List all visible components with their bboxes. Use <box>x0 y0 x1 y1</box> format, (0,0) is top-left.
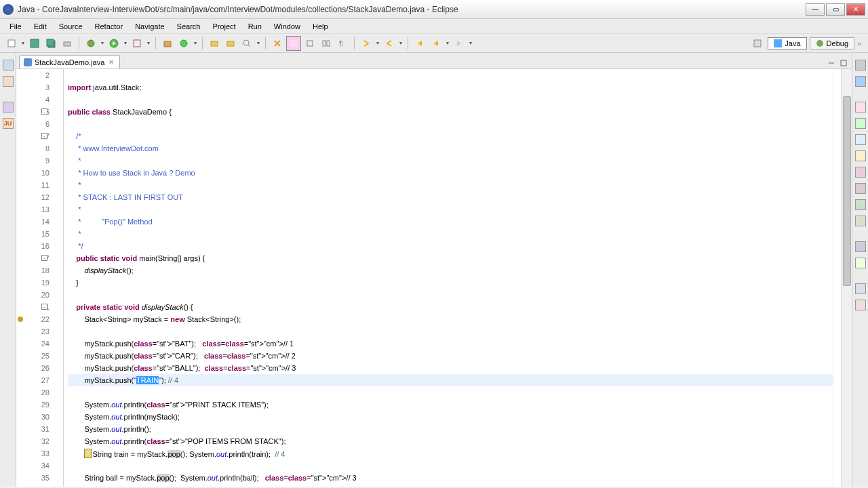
javadoc-icon[interactable] <box>855 118 866 129</box>
task-list-icon[interactable] <box>855 60 866 70</box>
svg-point-21 <box>816 40 823 47</box>
back-button[interactable] <box>429 36 443 51</box>
palette-icon[interactable] <box>855 300 866 310</box>
last-edit-button[interactable] <box>412 36 427 51</box>
print-button[interactable] <box>60 36 75 51</box>
svg-rect-20 <box>774 39 782 47</box>
toggle-highlight-button[interactable] <box>286 36 301 51</box>
run-button[interactable] <box>106 36 121 51</box>
menu-project[interactable]: Project <box>207 21 241 32</box>
toolbar: ▾ ▾ ▾ ▾ ▾ ▾ ¶ ▾ ▾ ▾ ▾ Java Debug » <box>0 34 868 53</box>
debug-perspective[interactable]: Debug <box>810 37 854 49</box>
next-annotation-dropdown[interactable]: ▾ <box>375 40 380 46</box>
menu-source[interactable]: Source <box>54 21 88 32</box>
overview-ruler[interactable] <box>833 69 841 487</box>
toggle-block-button[interactable] <box>302 36 317 51</box>
save-button[interactable] <box>27 36 42 51</box>
debug-button[interactable] <box>83 36 98 51</box>
svg-point-5 <box>87 40 94 47</box>
prev-annotation-button[interactable] <box>382 36 397 51</box>
line-gutter[interactable]: 2345-67-891011121314151617-18192021-2223… <box>16 69 64 487</box>
hierarchy-icon[interactable] <box>3 76 14 87</box>
left-trim: JU <box>0 53 16 487</box>
problems-icon[interactable] <box>855 102 866 113</box>
svg-rect-16 <box>323 41 326 46</box>
new-class-button[interactable] <box>176 36 191 51</box>
search-button[interactable] <box>239 36 254 51</box>
menu-run[interactable]: Run <box>243 21 267 32</box>
java-perspective[interactable]: Java <box>768 37 806 49</box>
show-whitespace-button[interactable] <box>319 36 334 51</box>
history-icon[interactable] <box>855 199 866 210</box>
svg-rect-8 <box>164 41 171 47</box>
menu-search[interactable]: Search <box>172 21 206 32</box>
svg-rect-0 <box>8 40 15 47</box>
vertical-scrollbar[interactable] <box>841 69 852 487</box>
editor-tab[interactable]: StackJavaDemo.java ✕ <box>19 55 120 68</box>
code-editor[interactable]: 2345-67-891011121314151617-18192021-2223… <box>16 69 852 487</box>
tab-close-icon[interactable]: ✕ <box>107 58 115 66</box>
svg-rect-14 <box>290 40 297 47</box>
menu-refactor[interactable]: Refactor <box>90 21 129 32</box>
package-explorer-icon[interactable] <box>3 60 14 70</box>
open-task-button[interactable] <box>223 36 238 51</box>
forward-dropdown[interactable]: ▾ <box>468 40 473 46</box>
navigator-icon[interactable] <box>3 102 14 113</box>
minimize-button[interactable]: — <box>806 3 825 16</box>
svg-point-9 <box>180 40 187 47</box>
editor-area: StackJavaDemo.java ✕ 2345-67-89101112131… <box>16 53 852 487</box>
code-content[interactable]: import java.util.Stack;public class Stac… <box>64 69 833 487</box>
progress-icon[interactable] <box>855 258 866 268</box>
java-file-icon <box>24 58 32 66</box>
svg-rect-10 <box>211 41 218 46</box>
menu-edit[interactable]: Edit <box>28 21 52 32</box>
snippets-icon[interactable] <box>855 216 866 226</box>
junit-icon[interactable]: JU <box>3 118 14 129</box>
back-dropdown[interactable]: ▾ <box>445 40 450 46</box>
save-all-button[interactable] <box>43 36 58 51</box>
run-last-dropdown[interactable]: ▾ <box>146 40 151 46</box>
open-type-button[interactable] <box>207 36 222 51</box>
window-title: Java - CoreJavaInterview-InterviewDot/sr… <box>18 5 806 14</box>
variables-icon[interactable] <box>855 283 866 294</box>
svg-rect-17 <box>327 41 330 46</box>
svg-rect-11 <box>227 41 234 46</box>
new-dropdown[interactable]: ▾ <box>20 40 26 46</box>
prev-annotation-dropdown[interactable]: ▾ <box>398 40 403 46</box>
scrollbar-thumb[interactable] <box>843 96 851 286</box>
search-icon[interactable] <box>855 183 866 194</box>
next-annotation-button[interactable] <box>359 36 374 51</box>
toggle-mark-button[interactable] <box>270 36 285 51</box>
console-icon[interactable] <box>855 150 866 161</box>
svg-line-13 <box>248 45 250 47</box>
outline-icon[interactable] <box>855 76 866 87</box>
close-button[interactable]: ✕ <box>846 3 865 16</box>
menu-window[interactable]: Window <box>269 21 306 32</box>
new-package-button[interactable] <box>160 36 175 51</box>
titlebar: Java - CoreJavaInterview-InterviewDot/sr… <box>0 0 868 19</box>
perspective-more[interactable]: » <box>857 39 864 47</box>
menu-navigate[interactable]: Navigate <box>130 21 170 32</box>
new-button[interactable] <box>4 36 19 51</box>
maximize-button[interactable]: ▭ <box>826 3 845 16</box>
menu-file[interactable]: File <box>4 21 27 32</box>
minimize-view-icon[interactable] <box>826 58 837 68</box>
open-perspective-button[interactable] <box>750 36 765 51</box>
menu-help[interactable]: Help <box>307 21 334 32</box>
declaration-icon[interactable] <box>855 134 866 145</box>
svg-rect-3 <box>47 39 54 46</box>
run-dropdown[interactable]: ▾ <box>123 40 128 46</box>
new-class-dropdown[interactable]: ▾ <box>193 40 198 46</box>
coverage-icon[interactable] <box>855 241 866 252</box>
right-trim <box>852 53 868 487</box>
svg-rect-4 <box>64 42 71 46</box>
show-chars-button[interactable]: ¶ <box>335 36 350 51</box>
search-dropdown[interactable]: ▾ <box>256 40 261 46</box>
svg-rect-15 <box>307 41 313 46</box>
svg-point-12 <box>243 40 249 45</box>
run-last-button[interactable] <box>130 36 144 51</box>
maximize-view-icon[interactable] <box>838 58 849 68</box>
debug-dropdown[interactable]: ▾ <box>100 40 105 46</box>
forward-button[interactable] <box>452 36 467 51</box>
servers-icon[interactable] <box>855 167 866 178</box>
